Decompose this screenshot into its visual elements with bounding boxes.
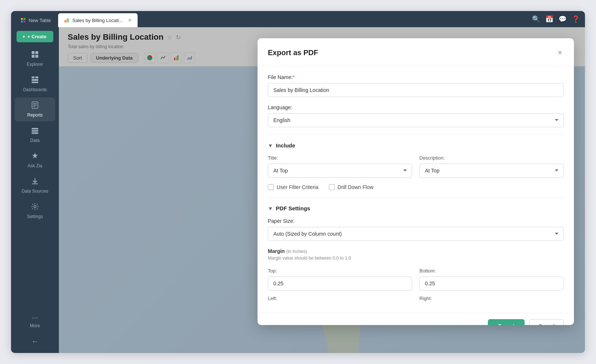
reports-icon [31, 101, 39, 111]
sidebar-item-ask-zia[interactable]: Ask Zia [15, 148, 55, 172]
drill-down-checkbox[interactable] [329, 184, 335, 190]
left-margin-group: Left: [268, 296, 412, 304]
browser-actions: 🔍 📅 💬 ❓ [532, 11, 581, 27]
language-group: Language: English French Spanish German [268, 104, 564, 127]
left-margin-label: Left: [268, 296, 412, 301]
drill-down-label: Drill Down Flow [338, 184, 373, 190]
sidebar-item-explorer-label: Explorer [27, 62, 43, 67]
sidebar-item-data-sources[interactable]: Data Sources [15, 174, 55, 197]
svg-rect-12 [35, 76, 38, 78]
right-margin-label: Right: [419, 296, 564, 301]
content-area: Sales by Billing Location ☆ ↻ Total sale… [59, 27, 585, 353]
title-select[interactable]: At Top At Bottom None [268, 164, 412, 178]
svg-rect-14 [32, 82, 38, 83]
margin-fields-2: Left: Right: [268, 296, 564, 304]
export-pdf-modal: Export as PDF × File Name:* [258, 38, 574, 325]
svg-rect-5 [66, 19, 67, 22]
tab-new-table[interactable]: New Table [15, 13, 57, 27]
sidebar-item-data[interactable]: Data [15, 123, 55, 147]
search-icon[interactable]: 🔍 [532, 15, 540, 23]
settings-icon [31, 203, 39, 213]
user-filter-checkbox[interactable] [268, 184, 274, 190]
file-name-required: * [293, 74, 295, 80]
svg-rect-8 [35, 51, 38, 54]
calendar-icon[interactable]: 📅 [545, 15, 553, 23]
top-margin-input[interactable] [268, 276, 412, 290]
sidebar-collapse-button[interactable]: ← [28, 333, 42, 349]
tab-new-table-label: New Table [29, 18, 51, 23]
include-section-header[interactable]: ▼ Include [268, 142, 564, 149]
tab-sales-billing[interactable]: Sales by Billing Locati... ✕ [58, 13, 137, 27]
file-name-label: File Name:* [268, 74, 564, 80]
svg-rect-4 [65, 20, 66, 22]
sidebar-item-data-sources-label: Data Sources [22, 189, 49, 194]
sidebar-item-reports-label: Reports [27, 113, 43, 118]
user-filter-label: User Filter Criteria [277, 184, 319, 190]
modal-body: File Name:* Language: English French [258, 65, 574, 313]
sidebar-item-explorer[interactable]: Explorer [15, 47, 55, 71]
section-divider-2 [268, 197, 564, 198]
bottom-margin-input[interactable] [419, 276, 564, 290]
margin-fields: Top: Bottom: [268, 268, 564, 290]
title-field-group: Title: At Top At Bottom None [268, 155, 412, 178]
include-section-label: Include [276, 142, 295, 149]
file-name-input[interactable] [268, 83, 564, 97]
top-margin-group: Top: [268, 268, 412, 290]
svg-rect-3 [24, 21, 25, 22]
svg-rect-2 [21, 21, 23, 22]
tab-close-icon[interactable]: ✕ [128, 18, 132, 23]
paper-size-group: Paper Size: Auto (Sized by Column count)… [268, 218, 564, 241]
modal-header: Export as PDF × [258, 38, 574, 65]
svg-rect-19 [32, 128, 38, 129]
language-select[interactable]: English French Spanish German [268, 113, 564, 127]
user-filter-checkbox-label[interactable]: User Filter Criteria [268, 184, 319, 190]
tab-sales-billing-label: Sales by Billing Locati... [72, 18, 123, 23]
sidebar-item-dashboards[interactable]: Dashboards [15, 72, 55, 96]
top-margin-label: Top: [268, 268, 412, 274]
browser-window: New Table Sales by Billing Locati... ✕ 🔍… [11, 11, 585, 353]
sidebar-item-settings[interactable]: Settings [15, 199, 55, 223]
modal-title: Export as PDF [268, 49, 318, 57]
sidebar-item-data-label: Data [30, 138, 39, 143]
svg-rect-6 [68, 18, 69, 22]
bottom-margin-label: Bottom: [419, 268, 564, 274]
modal-close-button[interactable]: × [556, 47, 564, 58]
drill-down-checkbox-label[interactable]: Drill Down Flow [329, 184, 373, 190]
description-sub-label: Description: [419, 155, 564, 161]
paper-size-label: Paper Size: [268, 218, 564, 224]
description-field-group: Description: At Top At Bottom None [419, 155, 564, 178]
paper-size-select[interactable]: Auto (Sized by Column count) A4 Letter L… [268, 227, 564, 241]
ask-zia-icon [31, 152, 39, 162]
app-body: + + Create Explorer [11, 27, 585, 353]
margin-hint: Margin value should be between 0.0 to 1.… [268, 256, 564, 261]
svg-rect-13 [32, 79, 38, 81]
cancel-button[interactable]: Cancel [529, 319, 564, 325]
sidebar-item-reports[interactable]: Reports [15, 97, 55, 121]
plus-icon: + [22, 34, 25, 39]
export-button[interactable]: Export [488, 319, 525, 325]
sidebar-item-more[interactable]: ··· More [15, 310, 55, 332]
sidebar: + + Create Explorer [11, 27, 59, 353]
right-margin-group: Right: [419, 296, 564, 304]
dashboards-icon [31, 76, 39, 86]
chat-icon[interactable]: 💬 [558, 15, 567, 23]
svg-point-23 [34, 206, 36, 208]
description-select[interactable]: At Top At Bottom None [419, 164, 564, 178]
margin-unit: (In Inches) [286, 249, 307, 254]
sidebar-item-dashboards-label: Dashboards [23, 87, 47, 92]
create-button[interactable]: + + Create [17, 31, 53, 42]
sidebar-item-ask-zia-label: Ask Zia [28, 163, 42, 168]
bottom-margin-group: Bottom: [419, 268, 564, 290]
section-divider-1 [268, 135, 564, 135]
include-chevron-icon: ▼ [268, 143, 273, 149]
svg-rect-21 [32, 132, 38, 134]
help-icon[interactable]: ❓ [572, 15, 580, 23]
pdf-settings-section-label: PDF Settings [276, 205, 310, 211]
sidebar-item-more-label: More [30, 323, 40, 328]
margin-group: Margin (In Inches) Margin value should b… [268, 248, 564, 261]
svg-rect-7 [32, 51, 35, 54]
browser-tabs: New Table Sales by Billing Locati... ✕ 🔍… [11, 11, 585, 27]
pdf-settings-section-header[interactable]: ▼ PDF Settings [268, 205, 564, 211]
data-icon [31, 126, 39, 136]
svg-rect-1 [24, 18, 25, 20]
